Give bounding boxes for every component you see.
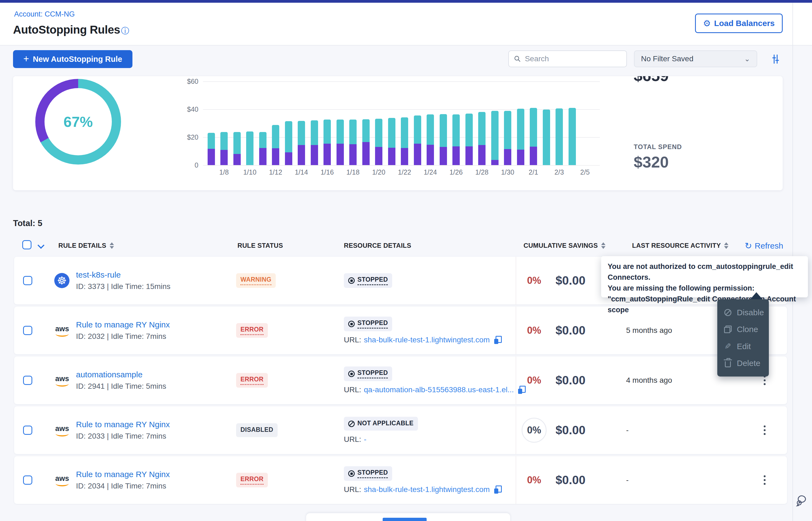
menu-item-label: Edit: [737, 342, 751, 351]
rule-id-idle-time: ID: 2032 | Idle Time: 7mins: [76, 332, 170, 341]
column-header-last-resource-activity[interactable]: LAST RESOURCE ACTIVITY: [632, 242, 728, 249]
resource-url-link[interactable]: sha-bulk-rule-test-1.lightwingtest.com: [364, 485, 490, 494]
copy-icon[interactable]: [494, 336, 502, 344]
x-axis-tick: 1/30: [495, 168, 520, 176]
spend-segment: [530, 146, 537, 165]
url-label: URL:: [344, 435, 361, 444]
column-header-resource-details[interactable]: RESOURCE DETAILS: [344, 242, 411, 249]
y-axis-tick: $20: [174, 133, 198, 141]
x-axis-tick: 1/16: [315, 168, 340, 176]
menu-item-clone[interactable]: Clone: [717, 321, 769, 338]
load-balancers-button[interactable]: ⚙ Load Balancers: [695, 14, 783, 33]
refresh-button[interactable]: ↻ Refresh: [745, 241, 783, 251]
total-spend-stat: TOTAL SPEND $320: [623, 143, 682, 174]
refresh-icon: ↻: [745, 241, 752, 251]
savings-segment: [504, 111, 511, 149]
resource-details-cell: NOT APPLICABLEURL:-: [344, 417, 418, 444]
x-axis-tick: 1/22: [392, 168, 417, 176]
savings-segment: [362, 119, 370, 142]
column-label: RULE DETAILS: [58, 242, 106, 249]
savings-segment: [478, 112, 486, 145]
chart-bar: [337, 119, 344, 165]
url-label: URL:: [344, 485, 361, 494]
rule-name-link[interactable]: test-k8s-rule: [76, 270, 170, 279]
help-chat-button[interactable]: [795, 492, 810, 507]
url-line: URL:sha-bulk-rule-test-1.lightwingtest.c…: [344, 336, 502, 344]
resource-status-badge: STOPPED: [344, 317, 392, 331]
rule-status-badge: ERROR: [236, 373, 268, 388]
last-resource-activity: -: [626, 476, 628, 484]
rule-name-link[interactable]: Rule to manage RY Nginx: [76, 420, 170, 429]
column-header-rule-status[interactable]: RULE STATUS: [237, 242, 283, 249]
sort-icon[interactable]: [724, 242, 728, 249]
row-checkbox[interactable]: [23, 276, 32, 285]
x-axis-tick: 1/8: [212, 168, 236, 176]
cumulative-savings-cell: 0%: [518, 275, 550, 286]
spend-segment: [504, 149, 511, 165]
menu-item-disable[interactable]: Disable: [717, 304, 769, 321]
copy-icon[interactable]: [518, 386, 526, 394]
select-all-checkbox[interactable]: [22, 240, 31, 249]
rule-name-link[interactable]: automationsample: [76, 370, 166, 379]
copy-icon[interactable]: [494, 485, 502, 494]
column-header-cumulative-savings[interactable]: CUMULATIVE SAVINGS: [523, 242, 605, 249]
search-icon: [514, 55, 521, 63]
cumulative-savings-cell: 0%: [518, 474, 550, 486]
row-checkbox[interactable]: [23, 475, 32, 485]
chart-bar: [517, 109, 524, 165]
x-axis-tick: 2/5: [573, 168, 597, 176]
active-page-indicator[interactable]: [383, 518, 427, 521]
spend-segment: [388, 148, 396, 165]
stopped-icon: [348, 470, 355, 477]
savings-segment: [427, 114, 434, 145]
rule-name-link[interactable]: Rule to manage RY Nginx: [76, 320, 170, 330]
sort-icon[interactable]: [601, 242, 605, 249]
menu-item-label: Delete: [737, 359, 761, 368]
savings-amount: $0.00: [556, 424, 585, 437]
last-resource-activity: -: [626, 426, 628, 434]
filter-panel-button[interactable]: [770, 53, 782, 65]
row-checkbox[interactable]: [23, 326, 32, 335]
pagination-bar[interactable]: [306, 513, 510, 521]
tooltip-line: You are missing the following permission…: [607, 283, 802, 294]
resource-url-link[interactable]: sha-bulk-rule-test-1.lightwingtest.com: [364, 336, 490, 344]
rule-name-link[interactable]: Rule to manage RY Nginx: [76, 470, 170, 479]
row-menu-button[interactable]: [759, 424, 770, 437]
savings-percentage: 0%: [527, 325, 541, 336]
rule-status-text: DISABLED: [240, 426, 273, 434]
savings-segment: [543, 110, 550, 165]
column-divider: [516, 307, 516, 354]
info-icon[interactable]: ⓘ: [121, 25, 129, 37]
savings-amount: $0.00: [556, 373, 585, 387]
savings-segment: [323, 119, 331, 144]
rule-details-cell: Rule to manage RY NginxID: 2032 | Idle T…: [76, 320, 170, 341]
expand-all-chevron-icon[interactable]: [38, 242, 44, 249]
resource-status-badge: STOPPED: [344, 366, 392, 381]
search-input[interactable]: [525, 54, 621, 63]
resource-url-link[interactable]: -: [364, 435, 366, 444]
column-header-rule-details[interactable]: RULE DETAILS: [58, 242, 114, 249]
column-divider: [516, 406, 516, 454]
spend-segment: [220, 150, 228, 165]
spend-segment: [272, 148, 279, 165]
search-box: [508, 50, 627, 67]
resource-url-link[interactable]: qa-automation-alb-515563988.us-east-1.el…: [364, 385, 514, 394]
resource-details-cell: STOPPEDURL:sha-bulk-rule-test-1.lightwin…: [344, 317, 502, 344]
spend-segment: [478, 145, 486, 165]
breadcrumb-account[interactable]: Account: CCM-NG: [14, 10, 75, 18]
new-autostopping-rule-button[interactable]: + New AutoStopping Rule: [13, 50, 132, 68]
menu-item-edit[interactable]: Edit: [717, 338, 769, 355]
chart-bar: [323, 119, 331, 165]
menu-item-delete[interactable]: Delete: [717, 355, 769, 372]
row-checkbox[interactable]: [23, 426, 32, 435]
filter-saved-select[interactable]: No Filter Saved ⌄: [634, 50, 757, 67]
page-title: AutoStopping Rules: [13, 23, 120, 36]
savings-segment: [220, 132, 228, 150]
column-divider: [516, 456, 516, 504]
row-checkbox[interactable]: [23, 376, 32, 385]
resource-details-cell: STOPPEDURL:qa-automation-alb-515563988.u…: [344, 366, 526, 394]
sort-icon[interactable]: [110, 242, 114, 249]
page-header: Account: CCM-NG AutoStopping Rules ⓘ ⚙ L…: [0, 3, 812, 46]
row-menu-button[interactable]: [759, 473, 770, 487]
column-label: RESOURCE DETAILS: [344, 242, 411, 249]
